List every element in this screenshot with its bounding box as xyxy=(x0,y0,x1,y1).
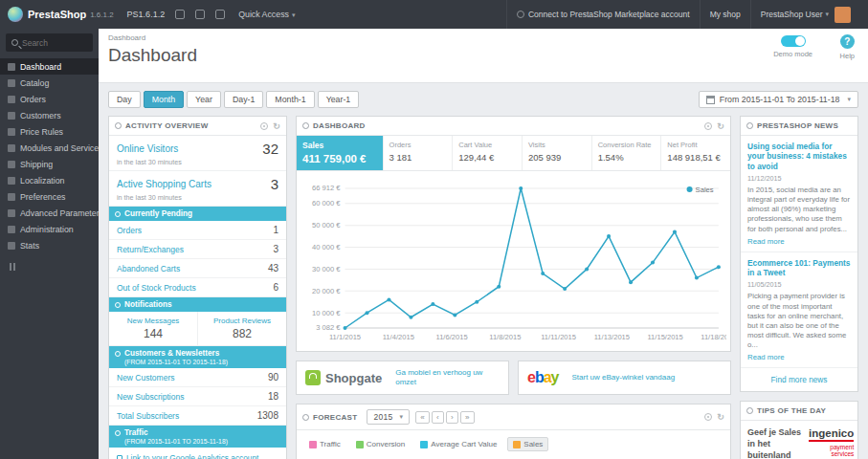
article-title-link[interactable]: Ecommerce 101: Payments in a Tweet xyxy=(747,258,851,278)
orders-link[interactable]: Orders xyxy=(117,226,142,235)
demo-mode-toggle[interactable]: Demo mode xyxy=(773,35,812,58)
sidebar-item-shipping[interactable]: Shipping xyxy=(0,156,99,172)
new-messages-cell: New Messages 144 xyxy=(109,312,197,345)
kpi-cart-value[interactable]: Cart Value 129,44 € xyxy=(453,136,523,170)
read-more-link[interactable]: Read more xyxy=(747,237,785,246)
my-shop-link[interactable]: My shop xyxy=(700,0,750,29)
kpi-visits[interactable]: Visits 205 939 xyxy=(523,136,592,170)
range-year-1-button[interactable]: Year-1 xyxy=(318,91,360,108)
ebay-link[interactable]: Start uw eBay-winkel vandaag xyxy=(572,373,676,382)
chevron-down-icon: ▾ xyxy=(825,11,829,18)
forecast-year-select[interactable]: 2015▾ xyxy=(367,409,410,425)
sidebar-item-customers[interactable]: Customers xyxy=(0,107,99,123)
prev-page-button[interactable]: ‹ xyxy=(432,411,444,424)
next-page-button[interactable]: › xyxy=(446,411,458,424)
svg-text:11/4/2015: 11/4/2015 xyxy=(383,333,414,341)
shopgate-logo-text: Shopgate xyxy=(325,371,382,385)
chevron-down-icon: ▾ xyxy=(400,413,404,421)
marketplace-link[interactable]: Connect to PrestaShop Marketplace accoun… xyxy=(506,0,700,29)
legend-average-cart-value[interactable]: Average Cart Value xyxy=(415,437,501,451)
customers-row-total-subscribers: Total Subscribers 1308 xyxy=(109,406,286,426)
product-reviews-link[interactable]: Product Reviews xyxy=(202,317,282,325)
home-icon xyxy=(8,63,15,71)
svg-text:11/18/2015: 11/18/2015 xyxy=(701,333,726,341)
first-page-button[interactable]: « xyxy=(415,411,430,424)
sidebar-item-localization[interactable]: Localization xyxy=(0,172,99,188)
range-day-1-button[interactable]: Day-1 xyxy=(224,91,263,108)
active-carts-value: 3 xyxy=(271,176,278,192)
dashboard-trends-panel: DASHBOARD ↻ Sales 411 759,00 € Orders xyxy=(296,116,731,352)
range-month-1-button[interactable]: Month-1 xyxy=(266,91,314,108)
kpi-net-profit[interactable]: Net Profit 148 918,51 € xyxy=(661,136,730,170)
sidebar-item-dashboard[interactable]: Dashboard xyxy=(0,58,99,75)
search-input[interactable] xyxy=(22,38,87,48)
refresh-icon[interactable]: ↻ xyxy=(717,122,724,130)
question-mark-icon: ? xyxy=(840,34,855,49)
sidebar-item-modules[interactable]: Modules and Services xyxy=(0,140,99,156)
legend-conversion[interactable]: Conversion xyxy=(351,437,410,451)
active-carts-stat: Active Shopping Carts 3 in the last 30 m… xyxy=(109,171,286,207)
svg-text:11/6/2015: 11/6/2015 xyxy=(435,333,467,341)
bell-icon xyxy=(115,302,121,308)
new-customers-link[interactable]: New Customers xyxy=(117,373,174,382)
sidebar-item-price-rules[interactable]: Price Rules xyxy=(0,123,99,140)
legend-sales[interactable]: Sales xyxy=(507,437,548,451)
swatch-icon xyxy=(356,441,364,448)
calendar-icon xyxy=(706,96,715,104)
sidebar-item-administration[interactable]: Administration xyxy=(0,221,99,237)
chart-icon xyxy=(8,242,15,250)
sidebar-item-stats[interactable]: Stats xyxy=(0,237,99,253)
gear-icon[interactable] xyxy=(704,413,712,421)
abandoned-carts-link[interactable]: Abandoned Carts xyxy=(117,264,180,273)
breadcrumb: Dashboard xyxy=(108,33,858,42)
kpi-sales[interactable]: Sales 411 759,00 € xyxy=(297,136,384,170)
online-visitors-link[interactable]: Online Visitors xyxy=(117,143,178,154)
sidebar-item-catalog[interactable]: Catalog xyxy=(0,75,99,91)
date-range-picker[interactable]: From 2015-11-01 To 2015-11-18 ▾ xyxy=(699,91,858,108)
active-carts-link[interactable]: Active Shopping Carts xyxy=(117,179,211,189)
kpi-orders[interactable]: Orders 3 181 xyxy=(384,136,454,170)
sidebar-item-preferences[interactable]: Preferences xyxy=(0,188,99,205)
gear-icon[interactable] xyxy=(260,122,268,130)
sidebar-item-orders[interactable]: Orders xyxy=(0,91,99,107)
quick-access-menu[interactable]: Quick Access▾ xyxy=(238,10,295,19)
users-icon xyxy=(115,351,121,357)
find-more-news-link[interactable]: Find more news xyxy=(741,368,857,391)
forecast-pagination: « ‹ › » xyxy=(415,411,474,424)
online-visitors-value: 32 xyxy=(262,141,278,157)
gear-icon[interactable] xyxy=(704,122,712,130)
last-page-button[interactable]: » xyxy=(460,411,475,424)
collapse-menu-button[interactable] xyxy=(10,263,99,271)
article-title-link[interactable]: Using social media for your business: 4 … xyxy=(747,142,851,171)
profile-icon[interactable] xyxy=(195,10,205,19)
returns-link[interactable]: Return/Exchanges xyxy=(117,245,184,254)
total-subscribers-link[interactable]: Total Subscribers xyxy=(117,411,179,421)
kpi-conversion-rate[interactable]: Conversion Rate 1.54% xyxy=(592,136,662,170)
truck-icon xyxy=(8,161,15,168)
user-menu[interactable]: PrestaShop User▾ xyxy=(750,0,868,29)
range-month-button[interactable]: Month xyxy=(144,91,184,108)
topbar: PrestaShop 1.6.1.2 PS1.6.1.2 Quick Acces… xyxy=(0,0,868,29)
google-analytics-link[interactable]: Link to your Google Analytics account xyxy=(109,448,286,459)
new-messages-link[interactable]: New Messages xyxy=(113,317,193,325)
read-more-link[interactable]: Read more xyxy=(747,353,785,361)
upgrade-icon[interactable] xyxy=(215,10,225,19)
legend-traffic[interactable]: Traffic xyxy=(304,437,345,451)
link-icon xyxy=(117,455,122,459)
sidebar-item-advanced-parameters[interactable]: Advanced Parameters xyxy=(0,205,99,221)
refresh-icon[interactable]: ↻ xyxy=(717,413,724,421)
puzzle-icon xyxy=(8,144,15,152)
help-button[interactable]: ? Help xyxy=(840,34,855,60)
customers-row-new-subscriptions: New Subscriptions 18 xyxy=(109,387,286,406)
svg-text:66 912 €: 66 912 € xyxy=(312,185,341,193)
cart-icon[interactable] xyxy=(175,10,185,19)
range-year-button[interactable]: Year xyxy=(187,91,221,108)
range-day-button[interactable]: Day xyxy=(108,91,141,108)
refresh-icon[interactable]: ↻ xyxy=(273,122,280,130)
newspaper-icon xyxy=(746,122,753,129)
shopgate-link[interactable]: Ga mobiel en verhoog uw omzet xyxy=(395,368,500,387)
svg-text:20 000 €: 20 000 € xyxy=(312,287,341,295)
new-subscriptions-link[interactable]: New Subscriptions xyxy=(117,392,184,402)
sidebar-search xyxy=(6,33,93,52)
out-of-stock-link[interactable]: Out of Stock Products xyxy=(117,283,196,293)
